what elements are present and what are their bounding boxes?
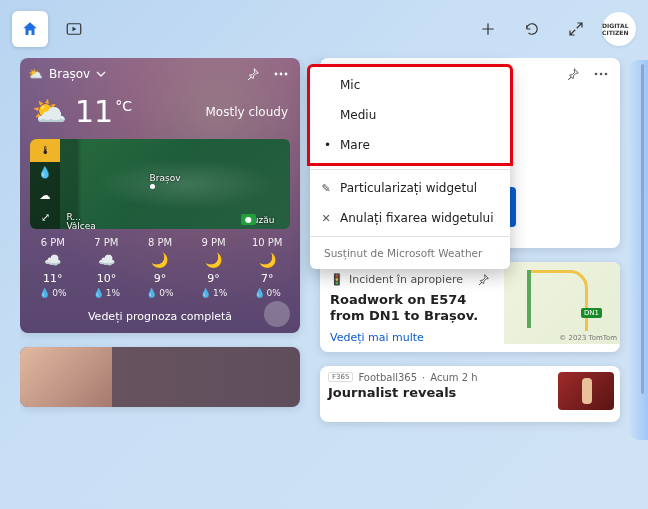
more-icon <box>274 72 288 76</box>
traffic-message: Roadwork on E574 from DN1 to Brașov. <box>330 292 494 325</box>
news-card-stub[interactable] <box>20 347 300 407</box>
menu-separator <box>310 169 510 170</box>
profile-avatar[interactable]: DIGITAL CITIZEN <box>602 12 636 46</box>
svg-point-5 <box>600 73 603 76</box>
forecast-link[interactable]: Vedeți prognoza completă <box>88 310 232 323</box>
size-small[interactable]: Mic <box>310 70 510 100</box>
widgets-topbar: DIGITAL CITIZEN <box>0 0 648 58</box>
weather-main-icon: ⛅ <box>32 95 67 128</box>
size-medium[interactable]: Mediu <box>310 100 510 130</box>
map-badge: ● <box>241 214 256 225</box>
weather-temp: 11 <box>75 94 113 129</box>
road-sign: DN1 <box>581 308 602 318</box>
map-tab-temp[interactable]: 🌡 <box>30 139 60 162</box>
menu-sponsor: Susținut de Microsoft Weather <box>310 240 510 266</box>
map-tab-precip[interactable]: 💧 <box>30 162 60 185</box>
news-source: Football365 <box>358 372 417 383</box>
plus-icon <box>479 20 497 38</box>
svg-point-2 <box>280 73 283 76</box>
news-thumbnail <box>20 347 112 407</box>
weather-location-icon: ⛅ <box>28 67 43 81</box>
map-tab-expand[interactable]: ⤢ <box>30 207 60 230</box>
pin-button[interactable] <box>562 63 584 85</box>
traffic-icon: 🚦 <box>330 273 344 286</box>
weather-unit: °C <box>115 98 132 114</box>
hour-slot[interactable]: 6 PM☁️11°💧0% <box>26 237 80 298</box>
hour-slot[interactable]: 7 PM☁️10°💧1% <box>80 237 134 298</box>
watch-button[interactable] <box>56 11 92 47</box>
news-age: Acum 2 h <box>430 372 477 383</box>
forecast-detail-button[interactable] <box>264 301 290 327</box>
hour-slot[interactable]: 8 PM🌙9°💧0% <box>133 237 187 298</box>
hour-slot[interactable]: 10 PM🌙7°💧0% <box>240 237 294 298</box>
more-icon <box>594 72 608 76</box>
play-rect-icon <box>65 20 83 38</box>
home-icon <box>21 20 39 38</box>
traffic-link[interactable]: Vedeți mai multe <box>330 331 494 344</box>
map-tab-wind[interactable]: ☁ <box>30 184 60 207</box>
unpin-widget[interactable]: ✕Anulați fixarea widgetului <box>310 203 510 233</box>
map-center-dot <box>150 184 155 189</box>
widget-context-menu: Mic Mediu Mare ✎Particularizați widgetul… <box>310 64 510 269</box>
refresh-icon <box>523 20 541 38</box>
unpin-icon: ✕ <box>319 212 333 225</box>
pin-button[interactable] <box>242 63 264 85</box>
scrollbar[interactable] <box>641 64 644 394</box>
size-large[interactable]: Mare <box>310 130 510 160</box>
hourly-forecast: 6 PM☁️11°💧0% 7 PM☁️10°💧1% 8 PM🌙9°💧0% 9 P… <box>20 229 300 304</box>
add-widget-button[interactable] <box>470 11 506 47</box>
news-card[interactable]: F365 Football365 · Acum 2 h Journalist r… <box>320 366 620 422</box>
map-center-label: Brașov <box>150 173 181 183</box>
home-button[interactable] <box>12 11 48 47</box>
pin-icon <box>566 67 580 81</box>
expand-button[interactable] <box>558 11 594 47</box>
refresh-button[interactable] <box>514 11 550 47</box>
svg-point-6 <box>605 73 608 76</box>
pin-button[interactable] <box>472 268 494 290</box>
customize-widget[interactable]: ✎Particularizați widgetul <box>310 173 510 203</box>
weather-condition: Mostly cloudy <box>206 105 289 119</box>
pin-icon <box>246 67 260 81</box>
chevron-down-icon[interactable] <box>96 69 106 79</box>
news-thumbnail <box>558 372 614 410</box>
pencil-icon: ✎ <box>319 182 333 195</box>
map-attribution: © 2023 TomTom <box>559 334 617 342</box>
size-group-highlight: Mic Mediu Mare <box>307 64 513 166</box>
svg-point-1 <box>275 73 278 76</box>
menu-separator <box>310 236 510 237</box>
expand-icon <box>567 20 585 38</box>
hour-slot[interactable]: 9 PM🌙9°💧1% <box>187 237 241 298</box>
more-button[interactable] <box>590 63 612 85</box>
more-button[interactable] <box>270 63 292 85</box>
weather-map[interactable]: 🌡 💧 ☁ ⤢ Brașov R... Vâlcea Buzău ● <box>30 139 290 229</box>
traffic-map[interactable]: DN1 © 2023 TomTom <box>504 262 620 344</box>
weather-city: Brașov <box>49 67 90 81</box>
svg-point-4 <box>595 73 598 76</box>
traffic-widget[interactable]: 🚦Incident în apropiere Roadwork on E574 … <box>320 262 620 352</box>
news-source-badge: F365 <box>328 372 353 382</box>
pin-icon <box>477 273 490 286</box>
weather-widget[interactable]: ⛅ Brașov ⛅ 11°C Mostly cloudy 🌡 <box>20 58 300 333</box>
svg-point-3 <box>285 73 288 76</box>
